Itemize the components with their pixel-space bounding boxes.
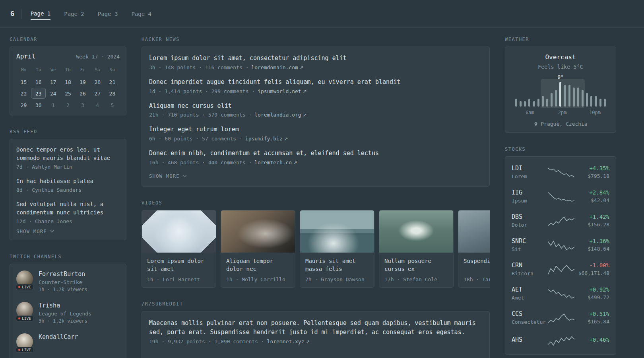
rss-item: Sed volutpat nulla nisl, a condimentum n… [16,200,120,224]
weather-feels-like: Feels like 5°C [512,64,609,70]
hn-item-title[interactable]: Integer eget rutrum lorem [149,125,482,134]
dashboard: CALENDAR April Week 17 · 2024 Mo Tu We T… [0,28,644,358]
video-title[interactable]: Nullam posuere cursus ex [379,253,453,273]
twitch-channel[interactable]: LIVE KendallCarr [16,333,120,350]
hn-item-title[interactable]: Lorem ipsum dolor sit amet, consectetur … [149,54,482,63]
video-title[interactable]: Lorem ipsum dolor sit amet consectetu… [142,253,216,273]
app-logo[interactable]: G [10,10,21,18]
calendar-day-next-month: 1 [46,99,60,110]
video-title[interactable]: Aliquam tempor dolor nec pharetra… [221,253,295,273]
twitch-channel[interactable]: LIVE Trisha League of Legends 3h · 1.2k … [16,302,120,324]
video-thumbnail[interactable] [221,210,295,253]
tab-page-2[interactable]: Page 2 [64,8,84,19]
hn-item-source-link[interactable]: ipsumify.biz [245,136,283,142]
location-pin-icon [533,122,538,126]
tab-page-3[interactable]: Page 3 [98,8,118,19]
video-card[interactable]: Mauris sit amet massa felis 7h · Grayson… [300,210,374,288]
stock-price: $42.04 [577,197,609,203]
calendar-day-header: Tu [31,66,46,76]
video-thumbnail[interactable] [379,210,453,253]
stock-change: +0.51% [589,311,609,317]
stock-change-wrap: +0.46% [577,337,609,343]
weather-time-axis: 6am 2pm 10pm [514,110,607,116]
video-title[interactable]: Mauris sit amet massa felis [300,253,374,273]
rss-item-title[interactable]: In hac habitasse platea [16,177,120,185]
stock-row[interactable]: AHS +0.46% [512,331,609,350]
weather-hour [549,82,554,107]
hn-item-meta: 6h · 60 points · 57 comments · [149,136,242,142]
subreddit-post-meta: 19h · 9,932 points · 1,090 comments · [149,339,264,344]
rss-item-title[interactable]: Donec tempor eros leo, ut commodo mauris… [16,146,120,162]
stock-values: +1.42% $156.28 [577,214,609,228]
stock-row[interactable]: SNRC Sit +1.36% $148.64 [512,233,609,256]
weather-hour [518,82,523,107]
widget-label-hackernews: HACKER NEWS [142,37,490,42]
hn-item-source-link[interactable]: loremlandia.org [254,112,301,118]
calendar-day-header: We [46,66,60,76]
stock-id: DBS Dolor [512,213,546,228]
calendar-week-year: Week 17 · 2024 [76,54,120,60]
video-card[interactable]: Suspendisse diam 18h · Tara [458,210,490,288]
weather-hour [527,82,531,107]
stock-price: $156.28 [577,222,609,228]
stock-id: IIG Ipsum [512,189,546,204]
tab-page-1[interactable]: Page 1 [31,8,51,20]
subreddit-post-source-link[interactable]: loremnet.xyz [267,339,305,344]
stock-row[interactable]: LDI Lorem +4.35% $795.18 [512,161,609,183]
widget-label-subreddit: /R/SUBREDDIT [142,301,490,307]
hn-show-more-button[interactable]: SHOW MORE [149,173,186,179]
stock-row[interactable]: CRN Bitcorn -1.00% $66,171.48 [512,258,609,280]
video-card[interactable]: Nullam posuere cursus ex 17h · Stefan Co… [379,210,454,288]
hn-item: Integer eget rutrum lorem 6h · 60 points… [149,125,482,142]
hn-item-meta: 21h · 710 points · 579 comments · [149,112,252,118]
show-more-label: SHOW MORE [16,228,47,234]
hn-item-source-link[interactable]: ipsumworld.net [258,88,301,94]
hn-item: Lorem ipsum dolor sit amet, consectetur … [149,54,482,70]
stock-change: +0.46% [589,337,609,343]
stock-id: AET Amet [512,286,546,301]
calendar-day-header: Th [60,66,75,76]
video-thumbnail[interactable] [142,210,216,253]
twitch-channel[interactable]: LIVE ForrestBurton Counter-Strike 1h · 1… [16,270,120,292]
weather-hour [554,82,558,107]
tab-page-4[interactable]: Page 4 [131,8,151,19]
stock-row[interactable]: AET Amet +0.92% $499.72 [512,282,609,305]
subreddit-post-title[interactable]: Maecenas mollis pulvinar erat non posuer… [149,319,482,337]
stock-row[interactable]: DBS Dolor +1.42% $156.28 [512,209,609,232]
channel-name[interactable]: Trisha [39,302,60,309]
hn-item-title[interactable]: Donec imperdiet augue tincidunt felis al… [149,78,482,87]
stock-row[interactable]: IIG Ipsum +2.84% $42.04 [512,185,609,208]
hn-item-meta: 16h · 468 points · 440 comments · [149,160,252,165]
calendar-day: 19 [76,76,90,87]
rss-item-meta: 7d · Ashlyn Martin [16,164,120,170]
calendar-day: 30 [31,99,46,110]
stock-name: Ipsum [512,198,546,204]
hn-item-source-link[interactable]: loremdomain.com [251,64,298,70]
video-title[interactable]: Suspendisse diam [458,253,490,273]
video-thumbnail[interactable] [458,210,490,253]
stock-values: +2.84% $42.04 [577,189,609,203]
live-dot-icon [18,286,20,288]
video-card[interactable]: Lorem ipsum dolor sit amet consectetu… 1… [142,210,216,288]
video-meta: 18h · Tara [458,273,490,282]
weather-hour [514,82,518,107]
channel-name[interactable]: ForrestBurton [39,270,85,278]
rss-show-more-button[interactable]: SHOW MORE [16,228,53,234]
rss-item-title[interactable]: Sed volutpat nulla nisl, a condimentum n… [16,200,120,217]
calendar-day-next-month: 4 [90,99,105,110]
rss-item-meta: 12d · Chance Jones [16,218,120,224]
external-link-icon: ↗ [300,65,304,70]
weather-card: Overcast Feels like 5°C 9° 6am 2pm 10pm … [505,47,616,133]
hn-item-title[interactable]: Donec enim nibh, condimentum et accumsan… [149,149,482,158]
channel-name[interactable]: KendallCarr [39,333,78,340]
hn-item-source-link[interactable]: loremtech.co [254,160,292,165]
weather-condition: Overcast [512,53,609,61]
stock-change-wrap: +0.92% [577,286,609,293]
video-thumbnail[interactable] [300,210,374,253]
twitch-card: LIVE ForrestBurton Counter-Strike 1h · 1… [10,264,126,358]
hn-item-title[interactable]: Aliquam nec cursus elit [149,102,482,111]
stock-row[interactable]: CCS Consectetur +0.51% $165.84 [512,306,609,329]
video-card[interactable]: Aliquam tempor dolor nec pharetra… 1h · … [221,210,295,288]
stock-change-wrap: +1.42% [577,214,609,220]
calendar-widget: CALENDAR April Week 17 · 2024 Mo Tu We T… [10,37,126,115]
